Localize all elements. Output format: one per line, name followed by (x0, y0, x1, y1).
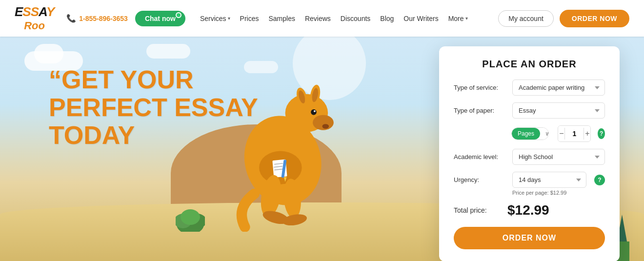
academic-select[interactable]: High School (512, 149, 605, 165)
chevron-down-icon: ▾ (228, 16, 230, 21)
qty-minus-button[interactable]: − (558, 126, 564, 141)
urgency-help-icon[interactable]: ? (594, 175, 605, 185)
nav-prices[interactable]: Prices (240, 15, 259, 22)
urgency-label: Urgency: (454, 176, 507, 183)
nav-reviews[interactable]: Reviews (305, 15, 331, 22)
hero-headline: “GET YOUR PERFECT ESSAY TODAY (49, 66, 258, 150)
logo-roo: Roo (24, 20, 45, 32)
order-now-header-button[interactable]: ORDER NOW (560, 10, 629, 27)
pages-tab[interactable]: Pages (512, 128, 540, 140)
words-tab[interactable]: words (540, 128, 549, 140)
quantity-control: − + (558, 125, 591, 142)
header-right: My account ORDER NOW (498, 10, 629, 27)
order-form-title: PLACE AN ORDER (454, 59, 605, 70)
hero-text: “GET YOUR PERFECT ESSAY TODAY (49, 66, 258, 150)
hero-section: “GET YOUR PERFECT ESSAY TODAY (0, 37, 644, 261)
nav-samples[interactable]: Samples (268, 15, 295, 22)
nav-discounts[interactable]: Discounts (341, 15, 370, 22)
phone-number: 1-855-896-3653 (79, 15, 128, 22)
my-account-button[interactable]: My account (498, 10, 554, 27)
pages-help-icon[interactable]: ? (598, 128, 605, 139)
order-now-button[interactable]: ORDER NOW (454, 227, 605, 249)
paper-row: Type of paper: Essay (454, 102, 605, 119)
total-price: $12.99 (507, 202, 549, 218)
svg-point-4 (314, 110, 316, 112)
hero-line1: GET YOUR (61, 65, 194, 94)
phone-icon: 📞 (66, 14, 76, 23)
total-row: Total price: $12.99 (454, 202, 605, 218)
svg-point-3 (311, 109, 317, 115)
header: ESSAY Roo 📞 1-855-896-3653 Chat now Serv… (0, 0, 644, 37)
nav-more[interactable]: More ▾ (448, 15, 468, 22)
cloud-2 (146, 44, 190, 59)
pages-words-toggle: Pages words (511, 127, 549, 140)
logo: ESSAY Roo (15, 4, 57, 32)
logo-text: ESSAY (15, 4, 54, 20)
phone-area: 📞 1-855-896-3653 (66, 14, 128, 23)
total-label: Total price: (454, 206, 507, 214)
qty-input[interactable] (564, 128, 584, 140)
order-form-card: PLACE AN ORDER Type of service: Academic… (439, 46, 620, 261)
nav-blog[interactable]: Blog (380, 15, 394, 22)
chevron-down-icon-more: ▾ (465, 16, 468, 21)
academic-label: Academic level: (454, 153, 507, 161)
svg-point-10 (289, 118, 310, 144)
paper-label: Type of paper: (454, 107, 507, 114)
urgency-select[interactable]: 14 days (512, 172, 586, 188)
hero-quote: “ (49, 65, 61, 94)
nav-writers[interactable]: Our Writers (403, 15, 438, 22)
service-row: Type of service: Academic paper writing (454, 80, 605, 96)
svg-point-22 (282, 213, 308, 227)
urgency-row: Urgency: 14 days ? (454, 172, 605, 188)
main-nav: Services ▾ Prices Samples Reviews Discou… (200, 15, 498, 22)
price-per-page-text: Price per page: $12.99 (512, 190, 605, 196)
service-select[interactable]: Academic paper writing (512, 80, 605, 96)
pages-row: Pages words − + ? (454, 125, 605, 142)
svg-point-9 (322, 124, 329, 129)
chat-button[interactable]: Chat now (135, 11, 185, 26)
academic-row: Academic level: High School (454, 149, 605, 165)
nav-services[interactable]: Services ▾ (200, 15, 230, 22)
hero-line2: PERFECT ESSAY (49, 93, 258, 121)
hero-line3: TODAY (49, 121, 135, 149)
qty-plus-button[interactable]: + (584, 126, 590, 141)
paper-select[interactable]: Essay (512, 102, 605, 119)
service-label: Type of service: (454, 84, 507, 91)
